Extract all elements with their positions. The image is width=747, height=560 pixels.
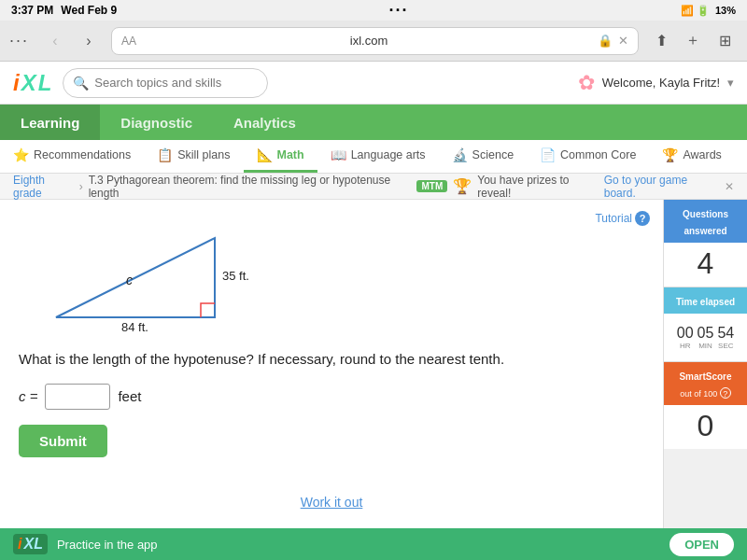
forward-button[interactable]: › [76,28,102,54]
science-icon: 🔬 [452,147,468,162]
triangle-diagram: c 35 ft. 84 ft. [28,224,271,336]
app-bar: i XL Practice in the app OPEN [0,528,747,560]
url-text: ixl.com [146,34,592,48]
logo-l: L [38,70,52,96]
tab-common-core[interactable]: 📄 Common Core [527,140,649,173]
main-content: Tutorial ? c 35 ft. 84 ft. What is the l… [0,200,747,528]
app-bar-logo-container: i XL [13,534,48,554]
app-logo-xl: XL [23,536,42,553]
ixl-logo: i X L [13,70,51,96]
tab-skill-plans-label: Skill plans [177,148,230,161]
tutorial-info-icon: ? [635,211,650,226]
right-sidebar: Questions answered 4 Time elapsed 00 HR … [663,200,747,528]
min-value: 05 [698,325,714,342]
hour-label: HR [680,342,691,350]
nav-learning[interactable]: Learning [0,105,100,140]
answer-row: c = feet [19,384,644,410]
math-icon: 📐 [257,147,273,162]
tab-science-label: Science [472,148,514,161]
prize-icon: 🏆 [453,177,472,195]
tab-common-core-label: Common Core [560,148,636,161]
sub-tabs: ⭐ Recommendations 📋 Skill plans 📐 Math 📖… [0,140,747,174]
breadcrumb-grade[interactable]: Eighth grade [13,174,74,200]
tab-science[interactable]: 🔬 Science [439,140,527,173]
welcome-text: Welcome, Kayla Fritz! [602,76,720,90]
user-welcome: ✿ Welcome, Kayla Fritz! ▾ [578,71,734,95]
tab-math[interactable]: 📐 Math [244,140,317,173]
logo-i: i [13,70,20,96]
tab-language-arts[interactable]: 📖 Language arts [317,140,439,173]
hour-value: 00 [677,325,694,342]
time-elapsed-section: Time elapsed 00 HR 05 MIN 54 SEC [664,287,747,362]
awards-icon: 🏆 [662,147,678,162]
submit-button[interactable]: Submit [19,425,107,457]
prize-text: You have prizes to reveal! [477,174,599,200]
prize-notification: 🏆 You have prizes to reveal! Go to your … [453,174,734,200]
url-bar[interactable]: AA ixl.com 🔒 ✕ [111,27,639,55]
questions-answered-value: 4 [698,241,714,286]
tab-awards[interactable]: 🏆 Awards [649,140,734,173]
back-button[interactable]: ‹ [42,28,68,54]
unit-label: feet [118,388,141,404]
share-button[interactable]: ⬆ [648,28,674,54]
questions-answered-header: Questions answered [664,200,747,243]
tab-math-label: Math [277,148,304,161]
answer-input[interactable] [45,384,110,410]
sec-label: SEC [718,342,733,350]
tab-skill-plans[interactable]: 📋 Skill plans [144,140,243,173]
sec-value: 54 [717,325,734,342]
nav-green: Learning Diagnostic Analytics [0,105,747,140]
min-label: MIN [698,342,712,350]
search-input[interactable] [94,76,258,90]
prize-link[interactable]: Go to your game board. [604,174,715,200]
side-35-label: 35 ft. [222,269,249,283]
add-tab-button[interactable]: ＋ [680,28,706,54]
battery-percent: 13% [715,5,736,16]
work-it-out-link[interactable]: Work it out [19,485,644,519]
tab-recommendations-label: Recommendations [34,148,131,161]
skill-plans-icon: 📋 [157,147,173,162]
nav-diagnostic[interactable]: Diagnostic [100,105,213,140]
smartscore-sublabel: out of 100 ? [680,389,731,399]
smartscore-info-icon: ? [720,387,731,399]
side-c-label: c [126,273,133,287]
breadcrumb-separator: › [79,180,83,193]
language-arts-icon: 📖 [331,147,346,162]
side-84-label: 84 ft. [121,320,148,334]
hour-unit: 00 HR [677,325,694,350]
chevron-down-icon[interactable]: ▾ [727,76,734,90]
questions-answered-label: Questions answered [683,209,728,236]
diagram-area: c 35 ft. 84 ft. [28,224,644,336]
tutorial-link[interactable]: Tutorial ? [595,211,650,226]
search-icon: 🔍 [73,76,89,91]
search-box[interactable]: 🔍 [63,68,268,98]
tabs-button[interactable]: ⊞ [712,28,738,54]
breadcrumb-lesson: T.3 Pythagorean theorem: find the missin… [89,174,408,200]
logo-x: X [21,70,36,96]
var-label: c = [19,388,37,404]
lock-icon: 🔒 [598,34,613,48]
time-display: 00 HR 05 MIN 54 SEC [666,319,745,356]
close-url-icon[interactable]: ✕ [618,34,628,48]
time-elapsed-label: Time elapsed [676,297,735,307]
smartscore-section: SmartScore out of 100 ? 0 [664,362,747,449]
questions-answered-section: Questions answered 4 [664,200,747,287]
nav-analytics[interactable]: Analytics [213,105,317,140]
app-open-button[interactable]: OPEN [669,533,734,556]
close-prize-icon[interactable]: ✕ [725,180,734,193]
smartscore-value: 0 [698,403,714,448]
browser-bar: ··· ‹ › AA ixl.com 🔒 ✕ ⬆ ＋ ⊞ [0,21,747,62]
dots-icon: ··· [389,1,409,21]
browser-dots: ··· [9,31,29,50]
smartscore-header: SmartScore out of 100 ? [664,362,747,405]
common-core-icon: 📄 [540,147,556,162]
app-logo-i: i [18,536,21,553]
ixl-topbar: i X L 🔍 ✿ Welcome, Kayla Fritz! ▾ [0,62,747,105]
status-icons: 📶 🔋 [681,5,710,17]
tab-recommendations[interactable]: ⭐ Recommendations [0,140,144,173]
tab-awards-label: Awards [683,148,721,161]
time-elapsed-header: Time elapsed [664,287,747,314]
status-bar: 3:37 PM Wed Feb 9 ··· 📶 🔋 13% [0,0,747,21]
tab-language-arts-label: Language arts [351,148,426,161]
flower-icon: ✿ [578,71,595,95]
